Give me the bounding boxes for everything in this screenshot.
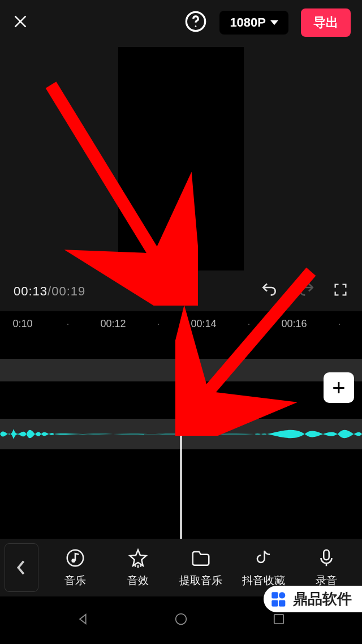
close-button[interactable]	[11, 12, 29, 33]
preview-area	[0, 45, 362, 272]
export-label: 导出	[313, 15, 338, 29]
ruler-tick: 0:10	[0, 318, 45, 330]
chevron-down-icon	[270, 19, 278, 27]
microphone-icon	[316, 547, 337, 569]
svg-rect-7	[274, 615, 283, 624]
ruler-tick: 00:16	[272, 318, 317, 330]
redo-icon	[298, 281, 316, 299]
timecode: 00:13/00:19	[14, 284, 85, 299]
resolution-selector[interactable]: 1080P	[219, 11, 288, 35]
tool-label: 音乐	[64, 573, 86, 588]
tool-label: 音效	[127, 573, 149, 588]
undo-icon	[260, 281, 278, 299]
ruler-dot: ·	[136, 318, 181, 330]
current-time: 00:13	[14, 284, 48, 298]
tool-douyin-fav[interactable]: 抖音收藏	[232, 547, 295, 588]
tool-music[interactable]: 音乐	[44, 547, 107, 588]
folder-icon	[190, 547, 212, 569]
playhead[interactable]	[180, 336, 182, 543]
ruler-tick: 00:12	[90, 318, 136, 330]
time-ruler[interactable]: 0:10 · 00:12 · 00:14 · 00:16 ·	[0, 311, 362, 336]
play-icon	[165, 281, 182, 298]
tool-record[interactable]: 录音	[295, 547, 357, 588]
timeline[interactable]: 0:10 · 00:12 · 00:14 · 00:16 · +	[0, 311, 362, 543]
header-bar: 1080P 导出	[0, 0, 362, 45]
ruler-dot: ·	[317, 318, 362, 330]
music-icon	[64, 547, 86, 569]
nav-home[interactable]	[173, 611, 189, 629]
fullscreen-button[interactable]	[333, 282, 348, 301]
total-time: 00:19	[51, 284, 85, 298]
svg-point-9	[279, 592, 285, 598]
play-button[interactable]	[165, 281, 182, 302]
svg-point-1	[195, 25, 197, 27]
fullscreen-icon	[333, 282, 348, 298]
undo-redo-group	[260, 281, 316, 302]
transport-bar: 00:13/00:19	[0, 272, 362, 311]
ruler-dot: ·	[226, 318, 272, 330]
header-actions: 1080P 导出	[184, 8, 351, 37]
star-icon	[127, 547, 149, 569]
nav-back[interactable]	[75, 611, 91, 629]
square-icon	[271, 611, 287, 627]
triangle-left-icon	[75, 611, 91, 627]
plus-icon: +	[332, 375, 345, 401]
watermark-logo-icon	[269, 590, 288, 609]
resolution-label: 1080P	[230, 15, 266, 30]
douyin-icon	[253, 547, 274, 569]
svg-rect-10	[272, 600, 278, 606]
tool-extract[interactable]: 提取音乐	[170, 547, 232, 588]
svg-rect-11	[279, 600, 285, 606]
tool-label: 提取音乐	[179, 573, 222, 588]
circle-icon	[173, 611, 189, 627]
watermark-text: 鼎品软件	[293, 589, 352, 609]
svg-rect-8	[272, 592, 278, 598]
add-clip-button[interactable]: +	[324, 372, 354, 403]
svg-rect-5	[324, 550, 329, 560]
preview-canvas[interactable]	[118, 47, 244, 271]
help-button[interactable]	[184, 10, 207, 35]
nav-recent[interactable]	[271, 611, 287, 629]
chevron-left-icon	[16, 559, 27, 576]
redo-button[interactable]	[298, 281, 316, 302]
export-button[interactable]: 导出	[301, 8, 351, 37]
tool-sfx[interactable]: 音效	[107, 547, 170, 588]
toolbar-back-button[interactable]	[5, 543, 38, 592]
watermark-badge: 鼎品软件	[264, 586, 362, 612]
ruler-dot: ·	[45, 318, 90, 330]
ruler-tick: 00:14	[181, 318, 226, 330]
close-icon	[11, 12, 29, 31]
svg-point-6	[176, 614, 187, 625]
help-icon	[184, 10, 207, 33]
undo-button[interactable]	[260, 281, 278, 302]
